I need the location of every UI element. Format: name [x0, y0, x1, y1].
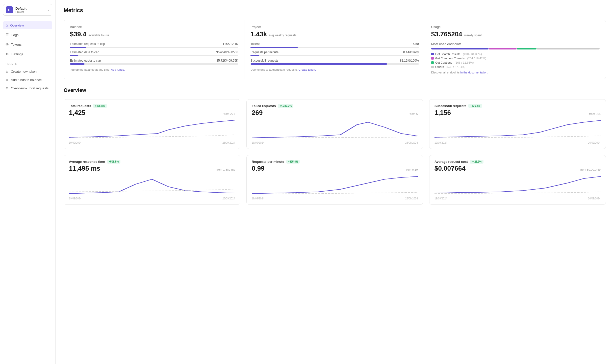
project-stat-2: Requests per minute 0.14/Infinity: [250, 50, 419, 56]
project-fill-1: [250, 47, 298, 48]
shortcut-label-create-token: Create new token: [11, 70, 37, 73]
progress-fill-1: [70, 47, 86, 48]
project-stat-val-3: 81.12%/100%: [400, 59, 419, 62]
chart-date-end-avg-response: 26/09/2024: [222, 197, 235, 200]
project-stat-label-2: Requests per minute: [250, 50, 278, 54]
chart-area-avg-cost: [434, 175, 601, 196]
stat-label-3: Estimated quota to cap: [70, 59, 101, 62]
chart-dates-failed: 19/09/2024 26/09/2024: [252, 141, 418, 144]
chart-card-avg-cost: Average request cost +428.9% $0.007664 f…: [429, 155, 606, 205]
shortcut-create-token[interactable]: ⊗ Create new token: [3, 68, 52, 75]
link-icon-3: ⊗: [6, 86, 8, 90]
project-selector[interactable]: D Default Project ⌄: [3, 4, 52, 16]
progress-track-3: [70, 63, 238, 65]
charts-row-1: Total requests +425.8% 1,425 from 271 19…: [64, 99, 606, 149]
project-fill-3: [250, 63, 387, 65]
chart-area-avg-response: [69, 175, 235, 196]
chart-value-successful: 1,156: [434, 109, 451, 117]
chart-from-failed: from 6: [410, 112, 418, 115]
docs-link[interactable]: in the documentation.: [460, 71, 488, 74]
chart-date-start-total: 19/09/2024: [69, 141, 82, 144]
project-fill-2: [250, 55, 259, 56]
main-content: Metrics Balance $39.4 available to use E…: [56, 0, 614, 364]
endpoint-label-4: Others: [435, 65, 444, 68]
project-icon: D: [6, 6, 13, 13]
project-footer: Use tokens to authenticate requests. Cre…: [250, 68, 419, 71]
chart-dates-total: 19/09/2024 26/09/2024: [69, 141, 235, 144]
progress-fill-3: [70, 63, 85, 65]
link-icon-2: ⊗: [6, 78, 8, 82]
chart-area-total: [69, 120, 235, 140]
chart-date-start-failed: 19/09/2024: [252, 141, 264, 144]
chart-from-avg-response: from 1,889 ms: [217, 168, 235, 171]
nav-item-logs[interactable]: ☰ Logs: [3, 31, 52, 39]
shortcut-add-funds[interactable]: ⊗ Add funds to balance: [3, 76, 52, 83]
settings-icon: ⚙: [6, 52, 9, 56]
progress-fill-2: [70, 55, 78, 56]
stat-val-2: Now/2024-12-08: [216, 50, 238, 54]
chart-from-rpm: from 0.19: [405, 168, 418, 171]
project-sub: avg weekly requests: [269, 34, 296, 37]
chart-card-successful: Successful requests +336.2% 1,156 from 2…: [429, 99, 606, 149]
nav-label-settings: Settings: [11, 52, 23, 56]
chart-date-end-failed: 26/09/2024: [405, 141, 418, 144]
chart-value-total: 1,425: [69, 109, 85, 117]
usage-label: Usage: [431, 25, 600, 29]
project-progress-1: [250, 47, 419, 48]
add-funds-link[interactable]: Add funds.: [111, 68, 125, 71]
balance-label: Balance: [70, 25, 238, 29]
chart-title-total: Total requests: [69, 104, 91, 108]
shortcut-total-requests[interactable]: ⊗ Overview – Total requests: [3, 85, 52, 92]
create-token-link[interactable]: Create token.: [298, 68, 316, 71]
chart-card-failed: Failed requests +4,383.3% 269 from 6 19/…: [246, 99, 423, 149]
project-sub: Project: [15, 10, 44, 13]
logs-icon: ☰: [6, 33, 9, 37]
balance-stat-1: Estimated requests to cap 1156/12.1K: [70, 42, 238, 48]
page-title: Metrics: [64, 7, 606, 14]
nav-item-settings[interactable]: ⚙ Settings: [3, 50, 52, 58]
endpoint-label-3: Get Captions: [435, 61, 452, 64]
endpoint-dot-3: [431, 61, 434, 64]
chart-title-avg-cost: Average request cost: [434, 160, 468, 164]
chart-area-successful: [434, 120, 601, 140]
metric-card-project: Project 1.43k avg weekly requests Tokens…: [244, 20, 425, 79]
badge-successful: +336.2%: [468, 104, 482, 108]
sidebar: D Default Project ⌄ ⌂ Overview ☰ Logs ◎ …: [0, 0, 56, 364]
link-icon-1: ⊗: [6, 70, 8, 73]
badge-total: +425.8%: [93, 104, 107, 108]
project-progress-3: [250, 63, 419, 65]
chart-card-rpm: Requests per minute +425.8% 0.99 from 0.…: [246, 155, 423, 205]
project-stat-1: Tokens 14/50: [250, 42, 419, 48]
tokens-icon: ◎: [6, 42, 9, 46]
chart-date-end-rpm: 26/09/2024: [405, 197, 418, 200]
stat-val-3: 35.72K/409.55K: [216, 59, 238, 62]
endpoint-label-1: Get Search Results: [435, 53, 460, 56]
project-label: Project: [250, 25, 419, 29]
stat-label-2: Estimated date to cap: [70, 50, 99, 54]
chart-from-avg-cost: from $0.001449: [580, 168, 601, 171]
chart-dates-avg-response: 19/09/2024 26/09/2024: [69, 197, 235, 200]
endpoint-detail-2: (234 / 16.42%): [467, 57, 486, 60]
shortcuts-label: Shortcuts: [3, 63, 52, 66]
endpoint-seg-3: [517, 48, 536, 49]
badge-avg-response: +508.5%: [107, 160, 121, 164]
endpoint-item-2: Get Comment Threads (234 / 16.42%): [431, 57, 600, 60]
nav-item-overview[interactable]: ⌂ Overview: [3, 21, 52, 29]
badge-failed: +4,383.3%: [278, 104, 293, 108]
chart-date-start-avg-response: 19/09/2024: [69, 197, 82, 200]
badge-avg-cost: +428.9%: [470, 160, 483, 164]
nav-label-logs: Logs: [11, 33, 18, 37]
balance-footer: Top up the balance at any time. Add fund…: [70, 68, 238, 71]
project-stat-label-1: Tokens: [250, 42, 260, 46]
balance-value: $39.4: [70, 30, 86, 38]
endpoint-detail-3: (166 / 11.65%): [455, 61, 474, 64]
project-stat-3: Successfull requests 81.12%/100%: [250, 59, 419, 65]
chart-value-rpm: 0.99: [252, 165, 265, 172]
balance-stat-2: Estimated date to cap Now/2024-12-08: [70, 50, 238, 56]
chart-card-total-requests: Total requests +425.8% 1,425 from 271 19…: [64, 99, 240, 149]
nav-item-tokens[interactable]: ◎ Tokens: [3, 40, 52, 48]
chart-card-avg-response: Average response time +508.5% 11,495 ms …: [64, 155, 240, 205]
chart-from-total: from 271: [224, 112, 235, 115]
endpoint-seg-1: [431, 48, 489, 49]
project-value: 1.43k: [250, 30, 267, 38]
